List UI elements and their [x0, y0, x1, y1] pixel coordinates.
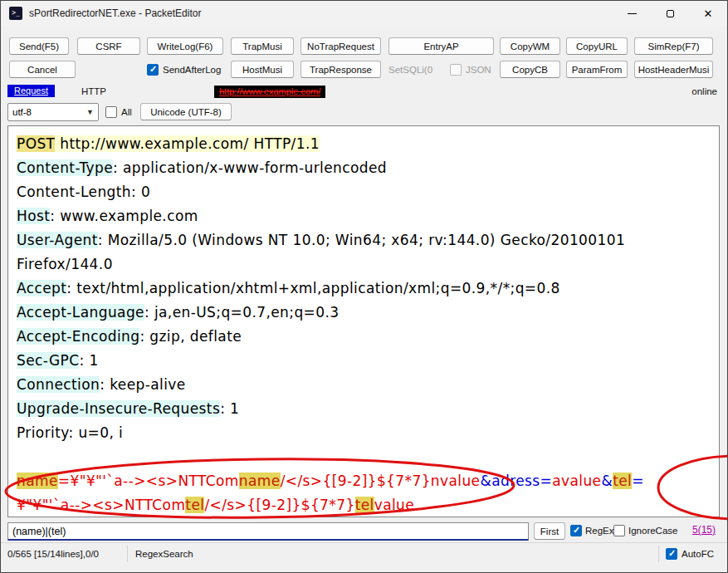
request-text-segment: : ja,en-US;q=0.7,en;q=0.3 [144, 304, 340, 321]
notraprequest-button[interactable]: NoTrapRequest [300, 37, 381, 55]
minimize-button[interactable] [613, 1, 651, 26]
all-checkbox-label[interactable]: All [121, 107, 132, 117]
request-text-segment: : www.example.com [50, 208, 198, 224]
request-text-segment: avalue [552, 473, 601, 489]
charset-select[interactable]: utf-8 ▼ [7, 103, 99, 121]
request-text-segment: Connection [17, 376, 100, 393]
request-text-segment: : 1 [79, 352, 98, 369]
request-text-segment: &adress= [480, 473, 552, 489]
trapmusi-button[interactable]: TrapMusi [231, 37, 294, 55]
entryap-button[interactable]: EntryAP [388, 37, 494, 55]
request-text-segment: http://www.example.com/ HTTP/1.1 [55, 135, 320, 152]
request-text-segment: Firefox/144.0 [17, 256, 113, 272]
sendafterlog-label[interactable]: SendAfterLog [163, 65, 221, 75]
trapresponse-button[interactable]: TrapResponse [300, 61, 381, 78]
request-text-segment: value [374, 497, 414, 513]
request-text-segment: /</s>{[9-2]}${7*7} [204, 497, 354, 513]
hostmusi-button[interactable]: HostMusi [231, 61, 294, 78]
request-text-segment: Accept-Language [17, 304, 144, 321]
autofc-label[interactable]: AutoFC [682, 549, 714, 559]
status-divider [658, 546, 659, 562]
request-text-segment: POST [17, 135, 55, 152]
copyurl-button[interactable]: CopyURL [566, 37, 628, 55]
request-line: Firefox/144.0 [17, 252, 719, 277]
request-text-segment: Content-Length: 0 [17, 184, 150, 200]
request-text-segment: tel [355, 497, 374, 513]
csrf-button[interactable]: CSRF [77, 37, 140, 55]
request-line: POST http://www.example.com/ HTTP/1.1 [17, 132, 719, 156]
request-text-segment: name [239, 473, 281, 489]
request-text-segment: : Mozilla/5.0 (Windows NT 10.0; Win64; x… [98, 232, 625, 248]
chevron-down-icon: ▼ [86, 108, 94, 116]
request-text-segment: Host [17, 208, 50, 224]
request-mode-badge[interactable]: Request [7, 85, 55, 97]
hostheadermusi-button[interactable]: HostHeaderMusi [634, 61, 713, 78]
titlebar: >_ sPortRedirectorNET.exe - PacketEditor… [1, 1, 727, 26]
regex-checkbox[interactable] [570, 525, 582, 536]
status-divider [127, 546, 128, 562]
request-text-segment: & [601, 473, 613, 489]
autofc-checkbox[interactable] [666, 548, 677, 560]
paramfrom-button[interactable]: ParamFrom [566, 61, 628, 78]
charset-value: utf-8 [12, 107, 32, 117]
copycb-button[interactable]: CopyCB [500, 61, 560, 78]
request-line: Connection: keep-alive [17, 373, 719, 397]
search-mode-label: RegexSearch [135, 549, 193, 559]
regex-label[interactable]: RegEx [585, 526, 614, 536]
request-text-segment: = [632, 473, 644, 489]
cancel-button[interactable]: Cancel [9, 61, 76, 78]
request-text-segment: =¥"¥"'`a--><s>NTTCom [58, 473, 239, 489]
writelog-f6-button[interactable]: WriteLog(F6) [147, 37, 223, 55]
ignorecase-label[interactable]: IgnoreCase [628, 526, 677, 536]
search-input[interactable] [7, 522, 529, 541]
online-status: online [691, 86, 717, 96]
request-line: Host: www.example.com [17, 204, 719, 228]
unicode-utf8-button[interactable]: Unicode (UTF-8) [140, 103, 232, 120]
request-line: ¥"¥"'`a--><s>NTTComtel/</s>{[9-2]}${7*7}… [17, 493, 719, 517]
request-line: Content-Length: 0 [17, 180, 719, 204]
request-text-segment: Accept-Encoding [17, 328, 139, 345]
minimize-icon [628, 13, 637, 14]
first-button[interactable]: First [534, 522, 565, 540]
json-checkbox[interactable] [450, 64, 462, 76]
request-line: User-Agent: Mozilla/5.0 (Windows NT 10.0… [17, 228, 719, 252]
target-url-badge: http://www.example.com/ [214, 86, 325, 98]
close-button[interactable]: ✕ [689, 1, 727, 26]
request-editor[interactable]: POST http://www.example.com/ HTTP/1.1Con… [7, 125, 720, 517]
request-text-segment: tel [613, 473, 632, 489]
request-text-segment: Sec-GPC [17, 352, 79, 369]
request-text-segment: tel [185, 497, 204, 513]
maximize-button[interactable] [651, 1, 689, 26]
request-line: Upgrade-Insecure-Requests: 1 [17, 397, 719, 421]
app-icon: >_ [9, 7, 22, 20]
match-count-link[interactable]: 5(15) [692, 524, 716, 536]
request-text-segment: name [17, 473, 58, 489]
all-checkbox[interactable] [105, 106, 117, 118]
protocol-label: HTTP [81, 86, 106, 96]
setsqli-label: SetSQLi(0 [388, 65, 432, 75]
request-line: Accept-Language: ja,en-US;q=0.7,en;q=0.3 [17, 301, 719, 325]
window-title: sPortRedirectorNET.exe - PacketEditor [29, 7, 201, 19]
request-line: Accept: text/html,application/xhtml+xml,… [17, 277, 719, 301]
sendafterlog-checkbox[interactable] [147, 64, 159, 76]
request-text-segment: : 1 [220, 400, 239, 417]
request-text-segment: Accept [17, 280, 66, 296]
ignorecase-checkbox[interactable] [613, 525, 625, 536]
simrep-f7-button[interactable]: SimRep(F7) [634, 37, 713, 55]
request-text-segment: Upgrade-Insecure-Requests [17, 400, 220, 417]
copywm-button[interactable]: CopyWM [500, 37, 560, 55]
app-window: >_ sPortRedirectorNET.exe - PacketEditor… [0, 0, 728, 573]
send-f5-button[interactable]: Send(F5) [9, 37, 69, 55]
request-line: Accept-Encoding: gzip, deflate [17, 325, 719, 349]
maximize-icon [667, 10, 674, 17]
request-text-segment: Content-Type [17, 159, 113, 176]
request-line: Content-Type: application/x-www-form-url… [17, 156, 719, 180]
request-text-segment: ¥"¥"'`a--><s>NTTCom [17, 497, 185, 513]
request-text-segment: : text/html,application/xhtml+xml,applic… [66, 280, 559, 296]
request-text-segment: : application/x-www-form-urlencoded [113, 159, 387, 176]
request-text-segment: User-Agent [17, 232, 98, 248]
request-line [17, 445, 719, 469]
request-text-segment: : keep-alive [100, 376, 185, 393]
request-line: Priority: u=0, i [17, 421, 719, 445]
json-label: JSON [466, 65, 491, 75]
